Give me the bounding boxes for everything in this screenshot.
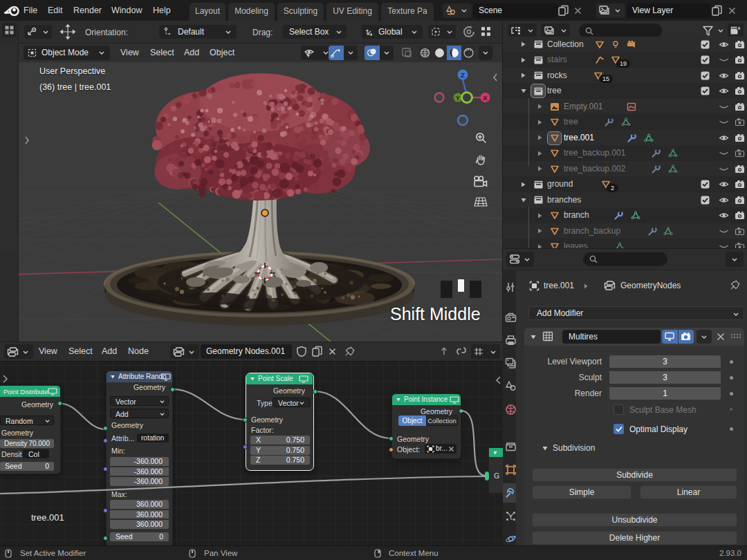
svg-text:Y: Y bbox=[456, 95, 460, 102]
svg-text:X: X bbox=[483, 94, 488, 102]
svg-text:Z: Z bbox=[461, 71, 465, 79]
